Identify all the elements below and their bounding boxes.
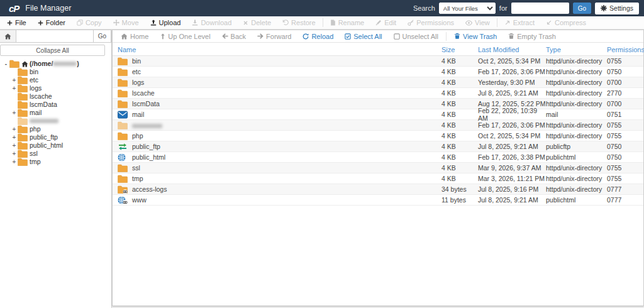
- column-header-last-modified[interactable]: Last Modified: [478, 46, 546, 53]
- toolbar-button-copy[interactable]: Copy: [71, 16, 108, 29]
- table-row[interactable]: logs 4 KB Yesterday, 9:30 PM httpd/unix-…: [113, 77, 643, 88]
- tree-item-logs[interactable]: + logs: [0, 84, 111, 92]
- tree-item-php[interactable]: + php: [0, 125, 111, 133]
- collapse-all-button[interactable]: Collapse All: [0, 45, 105, 56]
- file-type: publichtml: [546, 196, 607, 204]
- folder-icon: [118, 175, 128, 183]
- toolbar-button-compress[interactable]: Compress: [540, 16, 592, 29]
- move-icon: [113, 19, 119, 26]
- tree-item-home[interactable]: - (/home/ ): [0, 60, 111, 68]
- toolbar-button-upload[interactable]: Upload: [145, 16, 187, 29]
- toolbar-button-extract[interactable]: Extract: [499, 16, 540, 29]
- table-row[interactable]: ssl 4 KB Mar 9, 2026, 9:37 AM httpd/unix…: [113, 163, 643, 173]
- toolbar-button-view[interactable]: View: [460, 16, 496, 29]
- table-row[interactable]: etc 4 KB Feb 17, 2026, 3:06 PM httpd/uni…: [113, 67, 643, 77]
- tree-toggle-icon[interactable]: +: [11, 158, 17, 166]
- nav-button-empty-trash[interactable]: Empty Trash: [502, 33, 562, 40]
- tree-item-ssl[interactable]: + ssl: [0, 150, 111, 158]
- table-row[interactable]: tmp 4 KB Mar 3, 2026, 11:21 PM httpd/uni…: [113, 173, 643, 184]
- file-modified: Jul 8, 2025, 9:16 PM: [478, 185, 546, 193]
- tree-toggle-icon[interactable]: +: [11, 84, 17, 92]
- nav-button-home[interactable]: Home: [115, 33, 154, 40]
- file-manager-app: cP File Manager Search All Your Files fo…: [0, 0, 644, 308]
- column-header-permissions[interactable]: Permissions: [607, 46, 640, 53]
- toolbar-button-rename[interactable]: Rename: [325, 16, 370, 29]
- toolbar-button-permissions[interactable]: Permissions: [402, 16, 460, 29]
- tree-toggle-icon[interactable]: -: [3, 60, 9, 68]
- file-name: etc: [132, 68, 141, 75]
- nav-button-label: Up One Level: [168, 33, 210, 40]
- table-row[interactable]: public_html 4 KB Feb 17, 2026, 3:38 PM p…: [113, 152, 643, 163]
- table-row[interactable]: mail 4 KB Feb 22, 2026, 10:39 AM mail 07…: [113, 109, 643, 120]
- tree-item-lscmData[interactable]: lscmData: [0, 101, 111, 109]
- tree-item-lscache[interactable]: lscache: [0, 92, 111, 101]
- toolbar-button-edit[interactable]: Edit: [370, 16, 402, 29]
- search-input[interactable]: [511, 3, 569, 14]
- table-row[interactable]: lscmData 4 KB Aug 12, 2025, 5:22 PM http…: [113, 99, 643, 109]
- toolbar-button-download[interactable]: Download: [186, 16, 237, 29]
- cpanel-logo[interactable]: cP: [9, 3, 19, 14]
- toolbar-button-move[interactable]: Move: [108, 16, 145, 29]
- directory-sidebar: Go Collapse All - (/home/ ) bin + etc: [0, 30, 112, 308]
- file-type: httpd/unix-directory: [546, 79, 607, 86]
- tree-item-label: public_ftp: [30, 133, 58, 141]
- column-header-name[interactable]: Name: [118, 46, 441, 53]
- file-name: [132, 121, 162, 129]
- nav-button-forward[interactable]: Forward: [252, 33, 297, 40]
- table-row[interactable]: lscache 4 KB Jul 8, 2025, 9:21 AM httpd/…: [113, 88, 643, 99]
- toolbar-button-label: Upload: [159, 19, 181, 26]
- table-row[interactable]: bin 4 KB Oct 2, 2025, 5:34 PM httpd/unix…: [113, 56, 643, 67]
- nav-button-reload[interactable]: Reload: [297, 33, 339, 40]
- nav-button-back[interactable]: Back: [216, 33, 252, 40]
- toolbar-button-restore[interactable]: Restore: [277, 16, 321, 29]
- nav-button-view-trash[interactable]: View Trash: [448, 33, 502, 40]
- back-arrow-icon: [222, 33, 228, 39]
- settings-button[interactable]: Settings: [595, 3, 639, 14]
- home-path-button[interactable]: [0, 30, 16, 42]
- content-area: Go Collapse All - (/home/ ) bin + etc: [0, 30, 644, 308]
- column-header-size[interactable]: Size: [441, 46, 478, 53]
- tree-toggle-icon[interactable]: +: [11, 125, 17, 133]
- tree-item-public_html[interactable]: + public_html: [0, 141, 111, 150]
- table-row[interactable]: 4 KB Feb 17, 2026, 3:06 PM httpd/unix-di…: [113, 120, 643, 131]
- file-modified: Feb 17, 2026, 3:06 PM: [478, 68, 546, 75]
- tree-toggle-icon[interactable]: +: [11, 133, 17, 141]
- forward-arrow-icon: [257, 33, 264, 39]
- table-row[interactable]: access-logs 34 bytes Jul 8, 2025, 9:16 P…: [113, 184, 643, 195]
- tree-item-bin[interactable]: bin: [0, 68, 111, 76]
- nav-button-up-one-level[interactable]: Up One Level: [154, 33, 216, 40]
- column-header-type[interactable]: Type: [546, 46, 607, 53]
- home-icon: [4, 33, 11, 40]
- tree-item-etc[interactable]: + etc: [0, 76, 111, 84]
- file-type: httpd/unix-directory: [546, 185, 607, 193]
- table-row[interactable]: public_ftp 4 KB Jul 8, 2025, 9:21 AM pub…: [113, 141, 643, 152]
- tree-item-mail[interactable]: + mail: [0, 109, 111, 117]
- search-area: Search All Your Files for Go Settings: [413, 3, 639, 14]
- tree-toggle-icon[interactable]: +: [11, 141, 17, 150]
- search-go-button[interactable]: Go: [573, 3, 591, 14]
- tree-item[interactable]: [0, 117, 111, 125]
- edit-icon: [375, 19, 382, 26]
- tree-toggle-icon[interactable]: +: [11, 150, 17, 158]
- tree-item-tmp[interactable]: + tmp: [0, 158, 111, 166]
- select-all-icon: [345, 33, 351, 40]
- file-name: www: [132, 196, 147, 204]
- toolbar-button-delete[interactable]: Delete: [237, 16, 277, 29]
- path-go-button[interactable]: Go: [93, 30, 111, 42]
- tree-item-public_ftp[interactable]: + public_ftp: [0, 133, 111, 141]
- nav-button-unselect-all[interactable]: Unselect All: [388, 33, 444, 40]
- nav-button-select-all[interactable]: Select All: [339, 33, 387, 40]
- toolbar-button-folder[interactable]: Folder: [32, 16, 71, 29]
- file-size: 4 KB: [441, 111, 478, 118]
- toolbar-button-label: Restore: [291, 19, 316, 26]
- unselect-all-icon: [394, 33, 400, 40]
- tree-toggle-icon[interactable]: +: [11, 109, 17, 117]
- table-row[interactable]: www 11 bytes Jul 8, 2025, 9:21 AM public…: [113, 195, 643, 206]
- toolbar-button-file[interactable]: File: [1, 16, 32, 29]
- table-row[interactable]: php 4 KB Oct 2, 2025, 5:34 PM httpd/unix…: [113, 131, 643, 141]
- search-scope-select[interactable]: All Your Files: [439, 3, 496, 14]
- tree-toggle-icon[interactable]: +: [11, 76, 17, 84]
- file-size: 4 KB: [441, 132, 478, 140]
- file-name: lscmData: [132, 100, 160, 107]
- path-input[interactable]: [16, 30, 93, 42]
